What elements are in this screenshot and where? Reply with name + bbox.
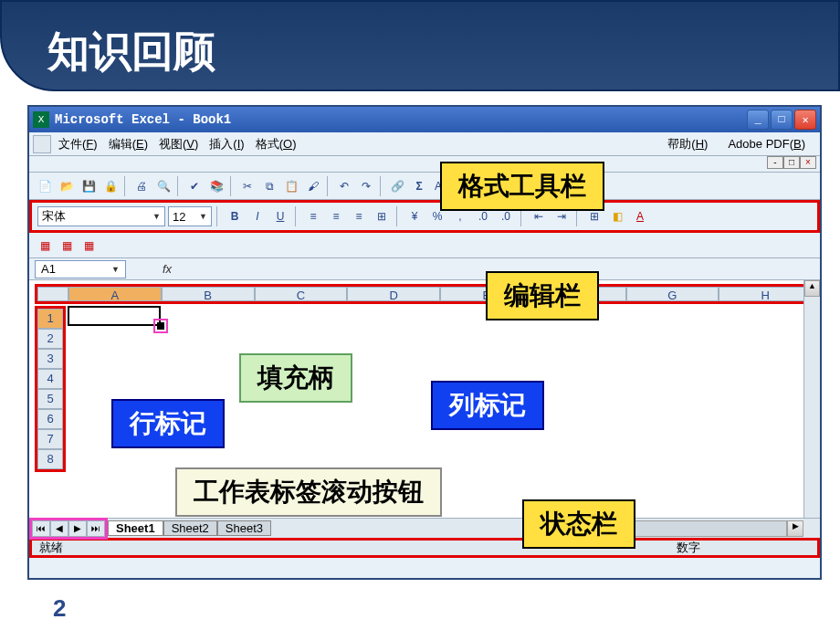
status-bar: 就绪 数字 bbox=[29, 538, 820, 558]
minimize-button[interactable]: _ bbox=[747, 110, 769, 130]
font-select[interactable]: 宋体 ▼ bbox=[37, 206, 165, 226]
workbook-minimize[interactable]: - bbox=[767, 156, 783, 169]
slide-title: 知识回顾 bbox=[47, 24, 215, 80]
font-name: 宋体 bbox=[42, 208, 66, 225]
menu-edit[interactable]: 编辑(E) bbox=[109, 136, 148, 152]
spelling-icon[interactable]: ✔ bbox=[184, 176, 205, 196]
column-headers: A B C D E F G H bbox=[35, 284, 814, 304]
active-cell[interactable] bbox=[68, 306, 161, 326]
menu-adobe-pdf[interactable]: Adobe PDF(B) bbox=[728, 137, 805, 151]
vertical-scrollbar[interactable]: ▲ bbox=[803, 280, 820, 518]
col-header-h[interactable]: H bbox=[719, 287, 812, 301]
dropdown-arrow-icon: ▼ bbox=[199, 212, 207, 221]
scroll-up-icon[interactable]: ▲ bbox=[804, 280, 820, 297]
currency-icon[interactable]: ¥ bbox=[404, 206, 425, 226]
redo-icon[interactable]: ↷ bbox=[356, 176, 376, 196]
pdf-review-icon[interactable]: ▦ bbox=[79, 236, 99, 256]
fill-color-icon[interactable]: ◧ bbox=[607, 206, 627, 226]
format-toolbar: 宋体 ▼ 12 ▼ B I U ≡ ≡ ≡ ⊞ ¥ % , .0 .0 ⇤ ⇥ … bbox=[29, 200, 820, 233]
fill-handle[interactable] bbox=[157, 322, 164, 330]
callout-row-header: 行标记 bbox=[111, 399, 225, 448]
cut-icon[interactable]: ✂ bbox=[237, 176, 257, 196]
merge-center-icon[interactable]: ⊞ bbox=[372, 206, 392, 226]
format-painter-icon[interactable]: 🖌 bbox=[303, 176, 323, 196]
sheet-tabs: Sheet1 Sheet2 Sheet3 bbox=[108, 520, 271, 536]
callout-sheet-nav: 工作表标签滚动按钮 bbox=[175, 467, 442, 517]
open-icon[interactable]: 📂 bbox=[57, 176, 77, 196]
paste-icon[interactable]: 📋 bbox=[281, 176, 301, 196]
excel-doc-icon[interactable] bbox=[33, 135, 51, 153]
callout-formula-bar: 编辑栏 bbox=[486, 271, 599, 320]
menu-help[interactable]: 帮助(H) bbox=[667, 136, 708, 152]
menu-view[interactable]: 视图(V) bbox=[159, 136, 198, 152]
name-box[interactable]: A1 ▼ bbox=[35, 260, 126, 278]
menu-insert[interactable]: 插入(I) bbox=[209, 136, 244, 152]
close-button[interactable]: ✕ bbox=[794, 110, 816, 130]
print-icon[interactable]: 🖨 bbox=[131, 176, 152, 196]
sheet-nav-last-icon[interactable]: ⏭ bbox=[87, 520, 105, 537]
menu-bar: 文件(F) 编辑(E) 视图(V) 插入(I) 格式(O) 帮助(H) Adob… bbox=[29, 132, 820, 156]
autosum-icon[interactable]: Σ bbox=[409, 176, 429, 196]
menu-format[interactable]: 格式(O) bbox=[256, 136, 297, 152]
workbook-restore[interactable]: □ bbox=[783, 156, 800, 169]
row-header-5[interactable]: 5 bbox=[37, 389, 63, 409]
dropdown-arrow-icon: ▼ bbox=[111, 265, 120, 274]
save-icon[interactable]: 💾 bbox=[79, 176, 99, 196]
status-numlock: 数字 bbox=[677, 540, 700, 556]
preview-icon[interactable]: 🔍 bbox=[153, 176, 173, 196]
menu-file[interactable]: 文件(F) bbox=[58, 136, 98, 152]
pdf-toolbar: ▦ ▦ ▦ bbox=[29, 233, 820, 258]
undo-icon[interactable]: ↶ bbox=[334, 176, 354, 196]
standard-toolbar: 📄 📂 💾 🔒 🖨 🔍 ✔ 📚 ✂ ⧉ 📋 🖌 ↶ ↷ 🔗 Σ A↓ Z↓ 📊 … bbox=[29, 173, 820, 200]
underline-icon[interactable]: U bbox=[270, 206, 290, 226]
slide-header: 知识回顾 bbox=[0, 0, 840, 91]
sheet-tab-3[interactable]: Sheet3 bbox=[217, 520, 271, 536]
col-header-d[interactable]: D bbox=[347, 287, 440, 301]
dropdown-arrow-icon: ▼ bbox=[152, 212, 161, 221]
col-header-g[interactable]: G bbox=[626, 287, 719, 301]
font-size-select[interactable]: 12 ▼ bbox=[168, 206, 212, 226]
cell-reference: A1 bbox=[41, 262, 56, 276]
copy-icon[interactable]: ⧉ bbox=[259, 176, 279, 196]
formula-bar: A1 ▼ fx bbox=[29, 258, 820, 280]
sheet-tab-1[interactable]: Sheet1 bbox=[108, 520, 163, 536]
row-header-8[interactable]: 8 bbox=[37, 449, 63, 469]
align-left-icon[interactable]: ≡ bbox=[303, 206, 323, 226]
row-header-3[interactable]: 3 bbox=[37, 349, 63, 369]
research-icon[interactable]: 📚 bbox=[206, 176, 226, 196]
row-header-6[interactable]: 6 bbox=[37, 409, 63, 429]
new-icon[interactable]: 📄 bbox=[35, 176, 55, 196]
row-header-4[interactable]: 4 bbox=[37, 369, 63, 389]
maximize-button[interactable]: □ bbox=[771, 110, 793, 130]
permission-icon[interactable]: 🔒 bbox=[100, 176, 121, 196]
pdf-email-icon[interactable]: ▦ bbox=[57, 236, 77, 256]
row-header-1[interactable]: 1 bbox=[37, 309, 63, 329]
row-header-7[interactable]: 7 bbox=[37, 429, 63, 449]
align-center-icon[interactable]: ≡ bbox=[326, 206, 346, 226]
col-header-a[interactable]: A bbox=[68, 287, 162, 301]
callout-col-header: 列标记 bbox=[431, 381, 544, 430]
pdf-convert-icon[interactable]: ▦ bbox=[35, 236, 55, 256]
scroll-right-icon[interactable]: ▶ bbox=[787, 520, 803, 537]
hyperlink-icon[interactable]: 🔗 bbox=[387, 176, 407, 196]
col-header-c[interactable]: C bbox=[255, 287, 348, 301]
sheet-nav-buttons: ⏮ ◀ ▶ ⏭ bbox=[29, 518, 108, 540]
workbook-close[interactable]: × bbox=[800, 156, 816, 169]
select-all-corner[interactable] bbox=[37, 287, 68, 301]
callout-fill-handle: 填充柄 bbox=[239, 353, 352, 403]
sheet-tab-2[interactable]: Sheet2 bbox=[163, 520, 217, 536]
col-header-b[interactable]: B bbox=[162, 287, 255, 301]
page-number: 2 bbox=[53, 594, 66, 623]
font-color-icon[interactable]: A bbox=[630, 206, 650, 226]
sheet-nav-next-icon[interactable]: ▶ bbox=[68, 520, 87, 537]
font-size: 12 bbox=[173, 210, 185, 224]
bold-icon[interactable]: B bbox=[225, 206, 245, 226]
sheet-nav-prev-icon[interactable]: ◀ bbox=[50, 520, 68, 537]
row-header-2[interactable]: 2 bbox=[37, 329, 63, 349]
fx-icon[interactable]: fx bbox=[163, 262, 172, 276]
sheet-nav-first-icon[interactable]: ⏮ bbox=[32, 520, 50, 537]
window-titlebar: X Microsoft Excel - Book1 _ □ ✕ bbox=[29, 107, 820, 132]
excel-screenshot: X Microsoft Excel - Book1 _ □ ✕ 文件(F) 编辑… bbox=[27, 105, 822, 580]
align-right-icon[interactable]: ≡ bbox=[349, 206, 369, 226]
italic-icon[interactable]: I bbox=[247, 206, 268, 226]
